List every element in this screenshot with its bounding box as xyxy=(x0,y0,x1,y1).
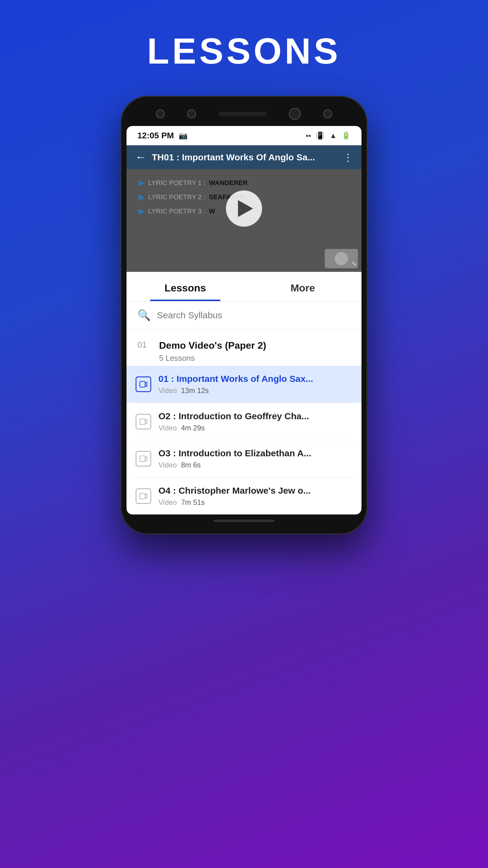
lesson-meta-2: Video 4m 29s xyxy=(158,424,309,432)
phone-top-bar xyxy=(127,105,361,126)
lyric-value-1: WANDERER xyxy=(209,179,248,187)
lyric-label-3: LYRIC POETRY 3 : xyxy=(148,207,205,215)
lesson-duration-1: 13m 12s xyxy=(181,386,209,395)
video-icon-3 xyxy=(135,451,151,467)
search-icon: 🔍 xyxy=(137,309,151,321)
section-header: 01 Demo Video's (Paper 2) 5 Lessons xyxy=(127,329,361,366)
section-number: 01 xyxy=(137,340,151,350)
lyric-arrow-2: ▶ xyxy=(138,192,144,202)
expand-icon: ⤡ xyxy=(352,260,357,267)
search-input[interactable] xyxy=(157,310,351,320)
section-title: Demo Video's (Paper 2) xyxy=(159,340,266,351)
lesson-info-1: 01 : Important Works of Anglo Sax... Vid… xyxy=(158,374,313,395)
lesson-title-1: 01 : Important Works of Anglo Sax... xyxy=(158,374,313,384)
lesson-item-4[interactable]: O4 : Christopher Marlowe's Jew o... Vide… xyxy=(127,478,361,515)
lyric-value-3: W xyxy=(209,207,216,215)
phone-camera-right xyxy=(323,110,332,119)
lesson-meta-4: Video 7m 51s xyxy=(158,498,311,507)
video-icon-4 xyxy=(135,488,151,504)
lesson-title-2: O2 : Introduction to Geoffrey Cha... xyxy=(158,411,309,421)
phone-camera-left xyxy=(156,110,165,119)
lesson-info-3: O3 : Introduction to Elizabethan A... Vi… xyxy=(158,448,311,469)
status-time: 12:05 PM xyxy=(137,131,174,141)
lesson-duration-4: 7m 51s xyxy=(181,498,205,507)
phone-device: 12:05 PM 📷 ▪▪ 📳 ▲ 🔋 ← TH01 : Important W… xyxy=(121,96,367,534)
video-title: TH01 : Important Works Of Anglo Sa... xyxy=(152,152,315,162)
camera-status-icon: 📷 xyxy=(178,131,188,140)
phone-front-camera xyxy=(289,108,301,120)
section-count: 5 Lessons xyxy=(159,353,266,363)
page-title: LESSONS xyxy=(147,30,341,72)
phone-speaker xyxy=(218,112,267,116)
lesson-meta-3: Video 8m 6s xyxy=(158,461,311,469)
lyric-item-1: ▶ LYRIC POETRY 1 : WANDERER xyxy=(138,178,350,187)
video-icon-2 xyxy=(135,414,151,430)
section-info: Demo Video's (Paper 2) 5 Lessons xyxy=(159,340,266,363)
battery-icon: 🔋 xyxy=(341,131,351,140)
lesson-title-3: O3 : Introduction to Elizabethan A... xyxy=(158,448,311,458)
lesson-item-3[interactable]: O3 : Introduction to Elizabethan A... Vi… xyxy=(127,440,361,477)
lesson-type-3: Video xyxy=(158,461,177,469)
lesson-item-1[interactable]: 01 : Important Works of Anglo Sax... Vid… xyxy=(127,366,361,403)
lesson-item-2[interactable]: O2 : Introduction to Geoffrey Cha... Vid… xyxy=(127,403,361,440)
video-header: ← TH01 : Important Works Of Anglo Sa... … xyxy=(127,145,361,169)
more-options-button[interactable]: ⋮ xyxy=(343,151,353,163)
lesson-duration-2: 4m 29s xyxy=(181,424,205,432)
back-button[interactable]: ← xyxy=(135,151,147,164)
tabs-container: Lessons More xyxy=(127,272,361,302)
lyric-label-2: LYRIC POETRY 2 : xyxy=(148,193,205,201)
video-area: ← TH01 : Important Works Of Anglo Sa... … xyxy=(127,145,361,272)
video-thumbnail[interactable]: ⤡ xyxy=(325,249,358,268)
lesson-info-2: O2 : Introduction to Geoffrey Cha... Vid… xyxy=(158,411,309,432)
vibrate-icon: 📳 xyxy=(316,131,325,140)
lesson-type-1: Video xyxy=(158,386,177,395)
lyric-arrow-1: ▶ xyxy=(138,178,144,187)
lyric-arrow-3: ▶ xyxy=(138,207,144,216)
signal-icon: ▪▪ xyxy=(306,131,311,140)
svg-rect-0 xyxy=(140,381,145,387)
video-header-left: ← TH01 : Important Works Of Anglo Sa... xyxy=(135,151,315,164)
search-bar: 🔍 xyxy=(127,302,361,329)
play-icon xyxy=(238,200,253,217)
svg-rect-2 xyxy=(140,456,145,462)
svg-rect-3 xyxy=(140,493,145,499)
lesson-duration-3: 8m 6s xyxy=(181,461,201,469)
lesson-info-4: O4 : Christopher Marlowe's Jew o... Vide… xyxy=(158,486,311,507)
video-icon-1 xyxy=(135,376,151,392)
play-button[interactable] xyxy=(226,190,262,227)
phone-camera-mid xyxy=(187,110,196,119)
status-bar: 12:05 PM 📷 ▪▪ 📳 ▲ 🔋 xyxy=(127,126,361,145)
tab-lessons[interactable]: Lessons xyxy=(127,272,244,301)
wifi-icon: ▲ xyxy=(330,131,337,140)
tab-more[interactable]: More xyxy=(244,272,361,301)
lesson-title-4: O4 : Christopher Marlowe's Jew o... xyxy=(158,486,311,496)
lyric-label-1: LYRIC POETRY 1 : xyxy=(148,179,205,187)
lesson-type-2: Video xyxy=(158,424,177,432)
home-indicator xyxy=(214,520,274,522)
presenter-avatar xyxy=(335,252,348,265)
lesson-type-4: Video xyxy=(158,498,177,507)
lesson-meta-1: Video 13m 12s xyxy=(158,386,313,395)
status-left: 12:05 PM 📷 xyxy=(137,131,188,141)
phone-screen: 12:05 PM 📷 ▪▪ 📳 ▲ 🔋 ← TH01 : Important W… xyxy=(127,126,361,515)
status-right: ▪▪ 📳 ▲ 🔋 xyxy=(306,131,351,140)
svg-rect-1 xyxy=(140,418,145,424)
